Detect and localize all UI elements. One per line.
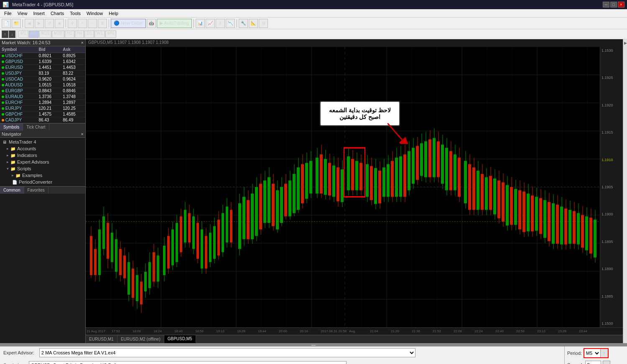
period-m5[interactable]: M5 (29, 30, 39, 38)
nav-item-examples[interactable]: ▸ 📁 Examples (0, 172, 85, 179)
bid-cell: 0.8921 (37, 53, 61, 59)
menu-file[interactable]: File (2, 10, 14, 16)
time-label-1: 17:52 (112, 329, 120, 333)
nav-item-indicators[interactable]: ▸ 📁 Indicators (0, 152, 85, 159)
nav-tab-common[interactable]: Common (0, 187, 24, 194)
market-watch-row[interactable]: USDJPY 83.19 83.22 (0, 71, 85, 76)
market-watch-row[interactable]: CADJPY 86.43 86.49 (0, 117, 85, 123)
zoom-out-button[interactable]: − (88, 19, 97, 28)
market-watch-row[interactable]: GBPUSD 1.6339 1.6342 (0, 59, 85, 65)
period-dropdown-btn[interactable]: ▼ (600, 349, 608, 357)
chart-tab-gbpusd-m5[interactable]: GBPUSD,M5 (164, 335, 196, 343)
period-d1[interactable]: D1 (84, 30, 94, 38)
period-m1[interactable]: M1 (18, 30, 28, 38)
status-dot (2, 61, 4, 63)
expand-icon-ea: ▸ (7, 160, 9, 164)
chart-candle-button[interactable]: 🕯 (216, 19, 225, 28)
folder-icon-indicators: 📁 (10, 152, 16, 158)
market-watch-row[interactable]: GBPCHF 1.4575 1.4585 (0, 111, 85, 117)
ask-cell: 1.0518 (61, 82, 85, 88)
menu-tools[interactable]: Tools (67, 10, 83, 16)
market-watch-row[interactable]: USDCAD 0.9620 0.9624 (0, 76, 85, 82)
zoom-in-button[interactable]: + (78, 19, 87, 28)
spread-label: Spread: (567, 362, 584, 364)
market-watch-row[interactable]: AUDUSD 1.0515 1.0518 (0, 82, 85, 88)
symbol-name: EURJPY (5, 106, 22, 111)
market-watch-row[interactable]: USDCHF 0.8921 0.8925 (0, 53, 85, 59)
expert-advisor-dropdown[interactable]: 2 MA Crosses Mega filter EA V1.ex4 (39, 348, 415, 357)
period-m30[interactable]: M30 (52, 30, 64, 38)
menu-help[interactable]: Help (106, 10, 121, 16)
spread-dropdown[interactable]: ▼ (603, 361, 610, 364)
indicator-button[interactable]: 📐 (249, 19, 258, 28)
folder-icon-examples: 📁 (15, 172, 21, 178)
market-watch-title: Market Watch: 16:24:53 (2, 40, 50, 45)
navigator-header: Navigator × (0, 131, 85, 138)
period-spread-row: Period: M5 ▼ (567, 348, 624, 358)
period-select[interactable]: M5 (584, 349, 600, 357)
menu-charts[interactable]: Charts (48, 10, 66, 16)
menu-view[interactable]: View (15, 10, 30, 16)
nav-item-period-converter[interactable]: 📄 PeriodConverter (0, 179, 85, 185)
price-label-5: 1.1905 (602, 185, 622, 189)
new-order-button[interactable]: 🔵 New Order (111, 19, 146, 28)
market-watch-row[interactable]: EURUSD 1.4451 1.4453 (0, 65, 85, 71)
settings-button[interactable]: ⚙ (259, 19, 268, 28)
nav-item-expert-advisors[interactable]: ▸ 📁 Expert Advisors (0, 159, 85, 165)
spread-row: Spread: ▼ (567, 361, 624, 364)
chart-tab-eurusd-m1[interactable]: EURUSD,M1 (86, 335, 117, 343)
price-scale: 1.1530 1.1925 1.1920 1.1915 1.1910 1.190… (600, 47, 623, 327)
open-button[interactable]: 📁 (12, 19, 21, 28)
navigator-close-icon[interactable]: × (81, 131, 84, 136)
back-button[interactable]: ◀ (25, 19, 34, 28)
toolbar-separator-2 (66, 19, 66, 28)
autotrading-button[interactable]: ▶ AutoTrading (157, 19, 192, 28)
period-w1[interactable]: W1 (94, 30, 105, 38)
period-h1[interactable]: H1 (65, 30, 74, 38)
symbol-cell: USDCHF (0, 53, 37, 59)
grid-button[interactable]: ⊞ (98, 19, 107, 28)
price-label-2: 1.1920 (602, 103, 622, 107)
chart-tab-eurusd-m2[interactable]: EURUSD,M2 (offline) (117, 335, 164, 343)
chart-type-button[interactable]: 📊 (196, 19, 205, 28)
symbol-cell: GBPCHF (0, 111, 37, 117)
maximize-button[interactable]: □ (610, 2, 617, 8)
nav-item-metatrader4[interactable]: 🖥 MetaTrader 4 (0, 139, 85, 145)
symbol-dropdown[interactable]: GBPUSD, Great Britain Pound vs US Dollar (29, 361, 347, 364)
minimize-button[interactable]: ─ (603, 2, 609, 8)
market-watch-row[interactable]: EURGBP 0.8843 0.8846 (0, 88, 85, 94)
period-mn[interactable]: MN (105, 30, 116, 38)
template-button[interactable]: 🔧 (239, 19, 248, 28)
chart-down-button[interactable]: ↓ (9, 30, 15, 38)
forward-button[interactable]: ▶ (35, 19, 44, 28)
crosshair-button[interactable]: ✛ (68, 19, 77, 28)
market-watch-row[interactable]: EURCHF 1.2894 1.2897 (0, 100, 85, 106)
tab-tick-chart[interactable]: Tick Chart (23, 124, 49, 131)
tab-symbols[interactable]: Symbols (0, 124, 23, 131)
market-watch-row[interactable]: EURAUD 1.3736 1.3748 (0, 94, 85, 100)
period-h4[interactable]: H4 (75, 30, 84, 38)
ea-button[interactable]: 🤖 (147, 19, 156, 28)
nav-tab-favorites[interactable]: Favorites (24, 187, 48, 194)
nav-item-accounts[interactable]: ▸ 📁 Accounts (0, 145, 85, 152)
nav-item-scripts[interactable]: ▾ 📁 Scripts (0, 165, 85, 172)
menu-window[interactable]: Window (84, 10, 105, 16)
new-chart-button[interactable]: 📄 (2, 19, 11, 28)
chart-up-button[interactable]: ↑ (2, 30, 8, 38)
market-watch-close-icon[interactable]: × (81, 40, 84, 45)
stop-button[interactable]: ■ (55, 19, 64, 28)
menu-insert[interactable]: Insert (31, 10, 47, 16)
navigator-tabs: Common Favorites (0, 186, 85, 194)
close-button[interactable]: ✕ (618, 2, 624, 8)
period-m15[interactable]: M15 (39, 30, 51, 38)
chart-line-button[interactable]: 📉 (226, 19, 235, 28)
spread-input[interactable] (585, 361, 601, 364)
candle-chart[interactable]: لاحظ توقيت بداية الشمعه اصبح كل دقيقتين (86, 47, 600, 327)
right-side-panel[interactable]: ▶ (623, 39, 627, 343)
refresh-button[interactable]: ↺ (45, 19, 54, 28)
col-bid: Bid (37, 46, 61, 53)
chart-bar-button[interactable]: 📈 (206, 19, 215, 28)
market-watch-row[interactable]: EURJPY 120.21 120.25 (0, 106, 85, 111)
ask-cell: 120.25 (61, 106, 85, 111)
time-label-5: 18:56 (195, 329, 204, 333)
